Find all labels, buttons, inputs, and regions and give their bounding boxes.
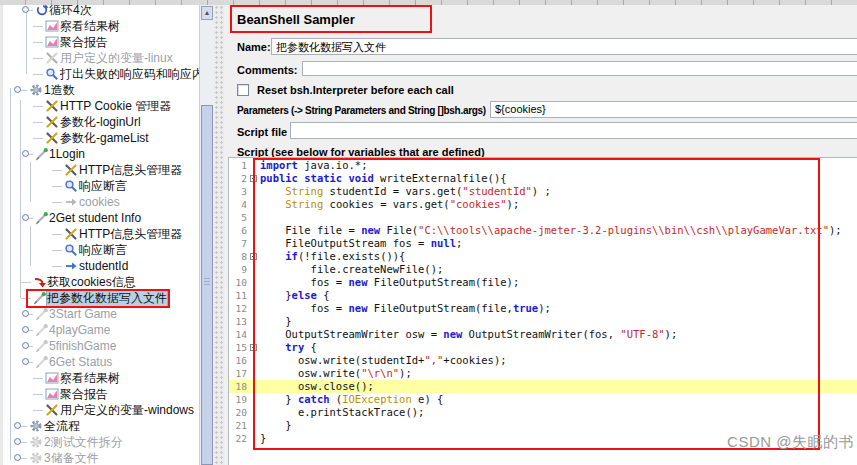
tree-connector-dash [33,74,43,75]
tree-node-HTTP信息头管理器[interactable]: HTTP信息头管理器 [3,226,202,242]
tree-node-1造数[interactable]: 1造数 [3,82,202,98]
tree-toggle-icon[interactable] [22,342,29,349]
code-text: } [254,432,266,445]
tree-node-label: 聚合报告 [60,34,108,50]
tree-node-4playGame[interactable]: 4playGame [3,322,202,338]
tree-connector-dash [52,250,62,251]
tree-toggle-icon[interactable] [22,358,29,365]
wrench-icon [45,115,59,129]
dropper-icon [35,211,49,225]
tree-node-2Get-student-Info[interactable]: 2Get student Info [3,210,202,226]
code-line-16: 16 osw.write(studentId+","+cookies); [229,354,857,367]
tree-node-label: HTTP信息头管理器 [79,226,182,242]
code-text: }else { [254,289,330,302]
tree-node-label: 参数化-loginUrl [60,114,141,130]
chart-icon [45,19,59,33]
arrow-icon [64,259,78,273]
code-line-15: 15 try { [229,341,857,354]
tree-node-6Get-Status[interactable]: 6Get Status [3,354,202,370]
tree-node-察看结果树[interactable]: 察看结果树 [3,370,202,386]
tree-node-全流程[interactable]: 全流程 [3,418,202,434]
tree-node-label: studentId [79,258,128,274]
tree-connector-dash [52,186,62,187]
fold-collapse-icon[interactable] [250,344,257,351]
line-number: 13 [229,315,254,328]
tree-node-label: 响应断言 [79,242,127,258]
tree-node-2测试文件拆分[interactable]: 2测试文件拆分 [3,434,202,450]
scrollbar-grip-icon [204,278,210,286]
split-pane-divider[interactable] [214,5,224,465]
tree-node-3Start-Game[interactable]: 3Start Game [3,306,202,322]
reset-interpreter-label: Reset bsh.Interpreter before each call [257,84,454,96]
tree-node-察看结果树[interactable]: 察看结果树 [3,18,202,34]
fold-collapse-icon[interactable] [250,253,257,260]
code-line-21: 21 } [229,419,857,432]
parameters-input[interactable]: ${cookies} [490,101,857,118]
tree-scrollbar[interactable]: ▲ [199,5,214,465]
tree-scrollbar-thumb[interactable] [201,105,213,465]
tree-node-5finishGame[interactable]: 5finishGame [3,338,202,354]
tree-node-打出失败的响应码和响应内容+i[interactable]: 打出失败的响应码和响应内容+i [3,66,202,82]
tree-node-3储备文件[interactable]: 3储备文件 [3,450,202,465]
tree-node-label: 3储备文件 [44,450,99,465]
tree-node-HTTP信息头管理器[interactable]: HTTP信息头管理器 [3,162,202,178]
tree-node-用户定义的变量-windows[interactable]: 用户定义的变量-windows [3,402,202,418]
tree-toggle-icon[interactable] [22,310,29,317]
tree-toggle-icon[interactable] [14,422,21,429]
tree-node-label: 响应断言 [79,178,127,194]
tree-node-循环4次[interactable]: 循环4次 [3,5,202,18]
line-number: 20 [229,406,254,419]
tree-toggle-icon[interactable] [22,150,29,157]
tree-node-聚合报告[interactable]: 聚合报告 [3,34,202,50]
tree-toggle-icon[interactable] [22,326,29,333]
code-line-14: 14 OutputStreamWriter osw = new OutputSt… [229,328,857,341]
comments-input[interactable] [302,61,857,76]
tree-connector-dash [33,42,43,43]
tree-toggle-icon[interactable] [14,438,21,445]
wrench-icon [45,51,59,65]
code-text: String studentId = vars.get("studentId")… [254,185,551,198]
tree-node-label: HTTP Cookie 管理器 [60,98,171,114]
tree-node-HTTP-Cookie-管理器[interactable]: HTTP Cookie 管理器 [3,98,202,114]
tree-node-参数化-loginUrl[interactable]: 参数化-loginUrl [3,114,202,130]
tree-toggle-icon[interactable] [22,6,29,13]
code-text: try { [254,341,317,354]
fold-collapse-icon[interactable] [250,175,257,182]
tree-toggle-icon[interactable] [14,454,21,461]
tree-node-1Login[interactable]: 1Login [3,146,202,162]
code-text: fos = new FileOutputStream(file); [254,276,519,289]
line-number: 2 [229,172,254,185]
name-input[interactable]: 把参数化数据写入文件 [271,38,857,55]
line-number: 9 [229,263,254,276]
tree-node-label: 用户定义的变量-linux [60,50,173,66]
tree-node-响应断言[interactable]: 响应断言 [3,178,202,194]
tree-node-label: 打出失败的响应码和响应内容+i [60,66,202,82]
tree-connector-dash [33,394,43,395]
tree-node-聚合报告[interactable]: 聚合报告 [3,386,202,402]
scroll-up-arrow-icon[interactable]: ▲ [201,6,213,20]
tree-node-cookies[interactable]: cookies [3,194,202,210]
code-text: osw.write(studentId+","+cookies); [254,354,507,367]
tree-node-把参数化数据写入文件[interactable]: 把参数化数据写入文件 [3,290,202,306]
test-plan-tree[interactable]: 循环4次察看结果树聚合报告用户定义的变量-linux打出失败的响应码和响应内容+… [0,5,202,465]
tree-node-获取cookies信息[interactable]: 获取cookies信息 [3,274,202,290]
magnifier-icon [64,243,78,257]
reset-interpreter-checkbox[interactable] [237,84,249,96]
page-title: BeanShell Sampler [237,12,355,27]
tree-toggle-icon[interactable] [22,214,29,221]
tree-toggle-icon[interactable] [14,86,21,93]
wrench-icon [64,227,78,241]
script-editor[interactable]: 1import java.io.*;2public static void wr… [228,157,857,465]
tree-node-用户定义的变量-linux[interactable]: 用户定义的变量-linux [3,50,202,66]
code-text: public static void writeExternalfile(){ [254,172,507,185]
redarrow-icon [33,275,47,289]
code-text: if(!file.exists()){ [254,250,405,263]
tree-node-参数化-gameList[interactable]: 参数化-gameList [3,130,202,146]
script-file-input[interactable] [290,122,857,139]
tree-node-label: 循环4次 [49,5,92,18]
tree-node-label: 获取cookies信息 [47,274,136,290]
tree-node-响应断言[interactable]: 响应断言 [3,242,202,258]
tree-node-studentId[interactable]: studentId [3,258,202,274]
code-text: file.createNewFile(); [254,263,443,276]
tree-node-label: 全流程 [44,418,80,434]
